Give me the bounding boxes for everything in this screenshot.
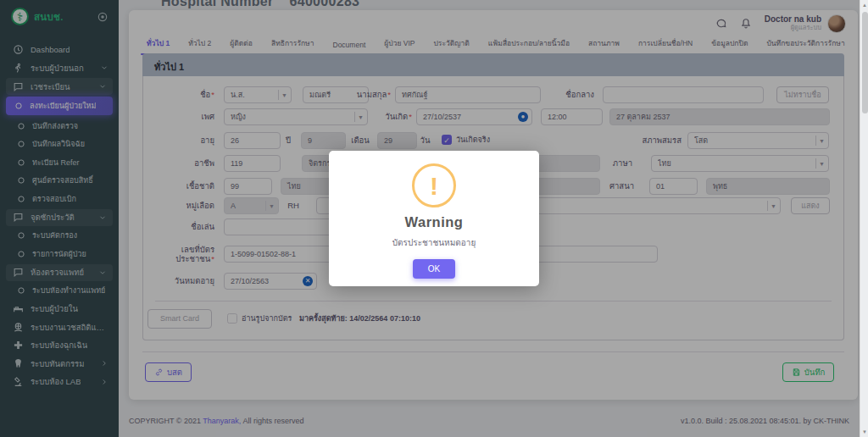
scrollbar-thumb[interactable] <box>862 12 868 113</box>
scroll-down-icon[interactable]: ▼ <box>860 427 868 437</box>
scroll-up-icon[interactable]: ▲ <box>860 0 868 10</box>
warning-modal: ! Warning บัตรประชาชนหมดอายุ OK <box>329 151 539 286</box>
page-scrollbar[interactable]: ▲ ▼ <box>860 0 868 437</box>
modal-ok-button[interactable]: OK <box>413 259 455 279</box>
warning-icon: ! <box>412 163 456 207</box>
app-root: Hospital Number 640000283 ⚕ สนบช. Dashbo… <box>0 0 868 437</box>
modal-message: บัตรประชาชนหมดอายุ <box>329 236 539 249</box>
modal-title: Warning <box>329 214 539 230</box>
